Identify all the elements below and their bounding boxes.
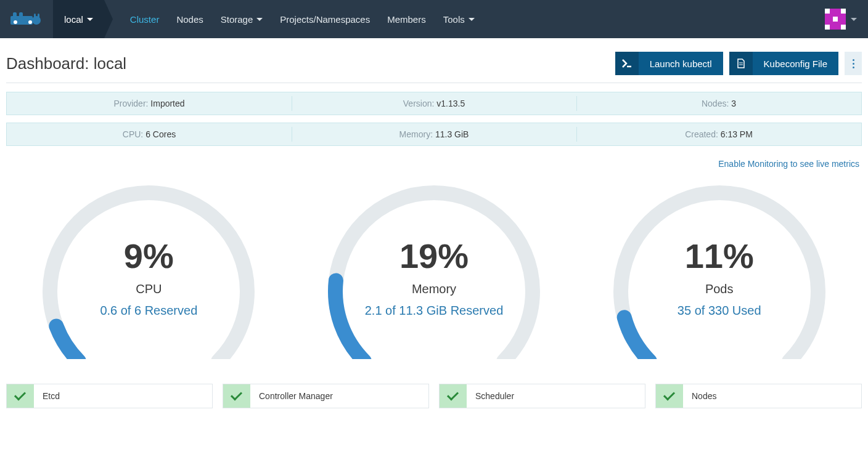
status-label: Scheduler — [467, 391, 514, 401]
gauge-pods: 11% Pods 35 of 330 Used — [576, 174, 862, 359]
nav-item-label: Tools — [443, 14, 465, 25]
info-label: Memory: — [399, 129, 435, 139]
info-value: Imported — [150, 99, 184, 108]
info-value: 6:13 PM — [721, 129, 753, 139]
gauge-detail: 35 of 330 Used — [602, 304, 837, 318]
info-value: 11.3 GiB — [435, 129, 469, 139]
status-ok-icon — [656, 384, 683, 408]
kubeconfig-label: Kubeconfig File — [753, 59, 838, 69]
page-title: Dashboard: local — [6, 54, 126, 73]
cluster-selector-label: local — [64, 14, 83, 25]
info-cell: Version: v1.13.5 — [292, 92, 576, 115]
nav-item-cluster[interactable]: Cluster — [121, 0, 168, 38]
status-ok-icon — [440, 384, 467, 408]
gauge-detail: 2.1 of 11.3 GiB Reserved — [317, 304, 551, 318]
chevron-down-icon — [469, 18, 475, 21]
nav-item-storage[interactable]: Storage — [212, 0, 272, 38]
chevron-down-icon — [256, 18, 263, 21]
info-label: Version: — [403, 99, 436, 108]
status-item-etcd[interactable]: Etcd — [6, 384, 213, 408]
user-menu[interactable] — [814, 0, 868, 38]
svg-point-6 — [28, 20, 32, 24]
vertical-dots-icon — [853, 59, 854, 68]
gauge-name: Pods — [602, 282, 837, 296]
info-bar-1: Provider: ImportedVersion: v1.13.5Nodes:… — [6, 92, 862, 115]
status-item-controller-manager[interactable]: Controller Manager — [223, 384, 429, 408]
status-ok-icon — [7, 384, 34, 408]
svg-rect-5 — [38, 14, 39, 18]
info-cell: Memory: 11.3 GiB — [292, 123, 576, 145]
info-label: Created: — [685, 129, 721, 139]
terminal-icon — [615, 52, 639, 75]
kubeconfig-button[interactable]: Kubeconfig File — [729, 52, 838, 75]
nav-item-label: Storage — [221, 14, 253, 25]
nav-item-label: Projects/Namespaces — [280, 14, 370, 25]
divider — [6, 83, 862, 83]
nav-item-label: Members — [387, 14, 426, 25]
info-cell: Provider: Imported — [7, 92, 292, 115]
info-cell: CPU: 6 Cores — [7, 123, 292, 145]
svg-rect-1 — [13, 12, 17, 18]
info-label: Nodes: — [702, 99, 731, 108]
logo[interactable] — [0, 0, 53, 38]
nav-items: ClusterNodesStorageProjects/NamespacesMe… — [121, 0, 483, 38]
status-label: Nodes — [683, 391, 716, 401]
nav-item-members[interactable]: Members — [379, 0, 435, 38]
nav-item-tools[interactable]: Tools — [435, 0, 483, 38]
gauge-percent: 19% — [317, 236, 551, 276]
status-label: Etcd — [34, 391, 60, 401]
nav-item-nodes[interactable]: Nodes — [168, 0, 211, 38]
info-label: Provider: — [113, 99, 150, 108]
header-actions: Launch kubectl Kubeconfig File — [615, 52, 862, 75]
status-item-nodes[interactable]: Nodes — [655, 384, 862, 408]
enable-monitoring-link[interactable]: Enable Monitoring to see live metrics — [718, 159, 859, 169]
top-nav: local ClusterNodesStorageProjects/Namesp… — [0, 0, 868, 38]
svg-point-7 — [14, 20, 17, 24]
nav-item-projects-namespaces[interactable]: Projects/Namespaces — [271, 0, 379, 38]
avatar — [825, 9, 846, 30]
info-bar-2: CPU: 6 CoresMemory: 11.3 GiBCreated: 6:1… — [6, 123, 862, 146]
info-value: v1.13.5 — [436, 99, 465, 108]
page-header: Dashboard: local Launch kubectl Kubeconf… — [0, 38, 868, 83]
svg-rect-4 — [34, 14, 36, 18]
status-label: Controller Manager — [250, 391, 333, 401]
gauges-row: 9% CPU 0.6 of 6 Reserved 19% Memory 2.1 … — [0, 174, 868, 384]
gauge-cpu: 9% CPU 0.6 of 6 Reserved — [6, 174, 292, 359]
monitoring-link-row: Enable Monitoring to see live metrics — [0, 153, 868, 174]
gauge-name: Memory — [317, 282, 551, 296]
info-cell: Nodes: 3 — [576, 92, 861, 115]
chevron-down-icon — [87, 18, 93, 21]
info-label: CPU: — [123, 129, 145, 139]
status-ok-icon — [223, 384, 250, 408]
gauge-detail: 0.6 of 6 Reserved — [31, 304, 266, 318]
file-icon — [729, 52, 753, 75]
gauge-percent: 11% — [602, 236, 837, 276]
launch-kubectl-label: Launch kubectl — [639, 59, 723, 69]
more-actions-button[interactable] — [845, 52, 862, 75]
nav-item-label: Nodes — [176, 14, 203, 25]
gauge-percent: 9% — [31, 236, 266, 276]
launch-kubectl-button[interactable]: Launch kubectl — [615, 52, 723, 75]
info-cell: Created: 6:13 PM — [576, 123, 861, 145]
gauge-memory: 19% Memory 2.1 of 11.3 GiB Reserved — [292, 174, 577, 359]
cluster-selector[interactable]: local — [53, 0, 104, 38]
status-row: Etcd Controller Manager Scheduler Nodes — [0, 384, 868, 414]
status-item-scheduler[interactable]: Scheduler — [439, 384, 645, 408]
svg-rect-2 — [19, 12, 23, 18]
info-value: 3 — [731, 99, 736, 108]
info-value: 6 Cores — [145, 129, 176, 139]
chevron-down-icon — [851, 18, 857, 21]
rancher-logo-icon — [9, 10, 44, 28]
nav-item-label: Cluster — [130, 14, 160, 25]
gauge-name: CPU — [31, 282, 266, 296]
